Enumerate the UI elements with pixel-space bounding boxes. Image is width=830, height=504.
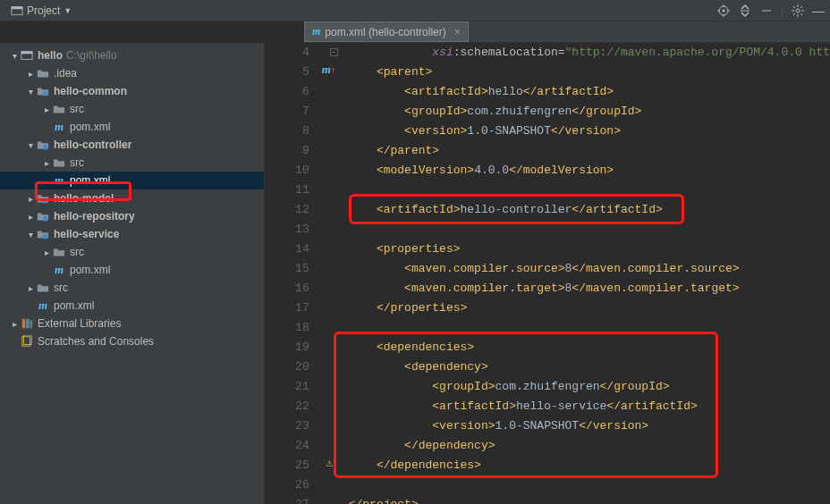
code-line[interactable]: <modelVersion>4.0.0</modelVersion> [349, 161, 830, 181]
tree-row-hello[interactable]: ▾helloC:\git\hello [0, 46, 264, 64]
tree-label: hello-common [54, 85, 127, 97]
svg-rect-18 [22, 319, 26, 329]
module-icon [36, 139, 50, 151]
chevron-icon[interactable]: ▸ [41, 105, 52, 114]
gear-icon[interactable] [791, 4, 805, 18]
project-dropdown[interactable]: Project ▼ [5, 3, 77, 19]
line-number: 27 [265, 495, 309, 504]
chevron-icon[interactable]: ▸ [41, 248, 52, 257]
line-number: 21 [265, 377, 309, 397]
chevron-icon[interactable]: ▸ [25, 212, 36, 222]
tree-row-pom-xml[interactable]: mpom.xml [0, 261, 264, 279]
chevron-icon[interactable]: ▾ [25, 230, 36, 239]
chevron-icon[interactable]: ▸ [25, 194, 36, 204]
code-line[interactable]: </project> [349, 495, 830, 504]
code-line[interactable] [349, 181, 830, 200]
chevron-icon[interactable]: ▸ [25, 283, 36, 293]
tree-row-hello-model[interactable]: ▸hello-model [0, 189, 264, 207]
tree-row-hello-repository[interactable]: ▸hello-repository [0, 207, 264, 225]
code-line[interactable]: </properties> [349, 298, 830, 318]
code-line[interactable]: xsi:schemaLocation="http://maven.apache.… [349, 43, 830, 63]
code-line[interactable]: <artifactId>hello-service</artifactId> [349, 397, 830, 416]
expand-icon[interactable] [738, 4, 752, 18]
chevron-icon[interactable]: ▾ [9, 51, 20, 61]
svg-rect-14 [43, 145, 47, 149]
tree-row-src[interactable]: ▸src [0, 100, 264, 118]
code-line[interactable]: <artifactId>hello</artifactId> [349, 82, 830, 102]
tree-path: C:\git\hello [66, 49, 117, 62]
code-line[interactable]: <maven.compiler.target>8</maven.compiler… [349, 279, 830, 298]
tree-row-hello-controller[interactable]: ▾hello-controller [0, 136, 264, 154]
tree-row-hello-service[interactable]: ▾hello-service [0, 225, 264, 243]
line-number: 26 [265, 475, 309, 495]
code-line[interactable] [349, 220, 830, 239]
code-line[interactable]: <dependency> [349, 357, 830, 377]
project-icon [11, 4, 23, 17]
tree-row-External-Libraries[interactable]: ▸External Libraries [0, 315, 264, 332]
chevron-icon[interactable]: ▸ [25, 69, 36, 79]
tab-pom-xml[interactable]: m pom.xml (hello-controller) × [304, 21, 469, 42]
line-number: 18 [265, 318, 309, 338]
folder-icon [52, 156, 66, 169]
module-icon [36, 192, 50, 205]
svg-rect-19 [26, 319, 30, 329]
chevron-icon[interactable]: ▸ [41, 158, 52, 168]
code-line[interactable]: <dependencies> [349, 338, 830, 357]
tree-label: pom.xml [54, 299, 94, 312]
code-line[interactable]: </parent> [349, 141, 830, 161]
code-line[interactable]: <groupId>com.zhuifengren</groupId> [349, 102, 830, 122]
line-number: 17 [265, 298, 309, 318]
line-number: 7 [265, 102, 309, 122]
tree-row-src[interactable]: ▸src [0, 279, 264, 297]
chevron-down-icon: ▼ [64, 6, 72, 15]
project-tree[interactable]: ▾helloC:\git\hello▸.idea▾hello-common▸sr… [0, 43, 265, 504]
code-line[interactable]: <version>1.0-SNAPSHOT</version> [349, 122, 830, 141]
code-line[interactable] [349, 475, 830, 495]
tree-label: hello-controller [54, 139, 131, 151]
code-line[interactable]: <properties> [349, 239, 830, 259]
chevron-icon[interactable]: ▾ [25, 140, 36, 150]
m-icon: m [52, 120, 66, 134]
toolbar: Project ▼ | — [0, 0, 830, 21]
folder-icon [36, 281, 50, 294]
code-line[interactable] [349, 318, 830, 338]
folder-icon [36, 67, 50, 80]
hide-icon[interactable]: — [812, 4, 825, 18]
tree-row-pom-xml[interactable]: mpom.xml [0, 172, 264, 189]
tree-row-pom-xml[interactable]: mpom.xml [0, 118, 264, 136]
line-number: 12 [265, 200, 309, 220]
maven-icon: m [312, 25, 320, 38]
tab-label: pom.xml (hello-controller) [325, 26, 445, 38]
collapse-icon[interactable] [759, 4, 774, 18]
chevron-icon[interactable]: ▾ [25, 87, 36, 97]
fold-icon[interactable]: − [330, 48, 338, 56]
line-number: 15 [265, 259, 309, 279]
close-icon[interactable]: × [454, 26, 461, 38]
tree-row-src[interactable]: ▸src [0, 154, 264, 172]
tree-label: pom.xml [70, 264, 110, 276]
editor-tabs: m pom.xml (hello-controller) × [304, 21, 830, 43]
m-icon: m [36, 298, 50, 313]
code-line[interactable]: <artifactId>hello-controller</artifactId… [349, 200, 830, 220]
code-line[interactable]: </dependency> [349, 436, 830, 456]
tree-row-hello-common[interactable]: ▾hello-common [0, 82, 264, 100]
line-number: 8 [265, 122, 309, 141]
tree-row-src[interactable]: ▸src [0, 243, 264, 261]
code-line[interactable]: <groupId>com.zhuifengren</groupId> [349, 377, 830, 397]
tree-row--idea[interactable]: ▸.idea [0, 64, 264, 82]
code-line[interactable]: <parent> [349, 63, 830, 82]
maven-up-icon: m↑ [322, 63, 336, 77]
tree-row-Scratches-and-Consoles[interactable]: Scratches and Consoles [0, 332, 264, 350]
svg-rect-16 [43, 216, 47, 221]
line-number: 14 [265, 239, 309, 259]
tree-row-pom-xml[interactable]: mpom.xml [0, 297, 264, 315]
tree-label: External Libraries [38, 317, 121, 330]
target-icon[interactable] [716, 4, 731, 18]
code-editor[interactable]: 4567891011121314151617181920212223242526… [265, 43, 830, 504]
tree-label: hello-model [54, 192, 114, 205]
code-line[interactable]: </dependencies> [349, 456, 830, 475]
chevron-icon[interactable]: ▸ [9, 319, 20, 329]
code-line[interactable]: <maven.compiler.source>8</maven.compiler… [349, 259, 830, 279]
scratch-icon [20, 335, 34, 348]
code-line[interactable]: <version>1.0-SNAPSHOT</version> [349, 416, 830, 436]
